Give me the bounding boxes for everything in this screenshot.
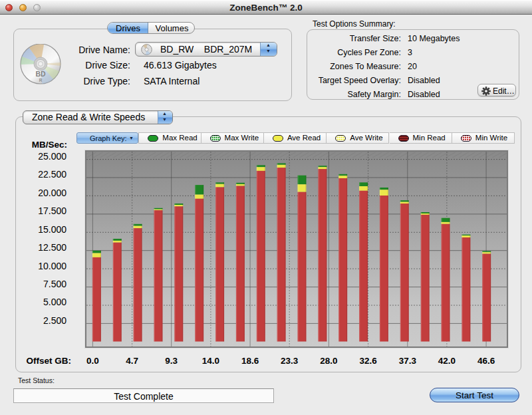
- svg-text:10.000: 10.000: [38, 261, 66, 271]
- svg-text:20.000: 20.000: [38, 188, 66, 198]
- svg-text:15.000: 15.000: [38, 224, 66, 235]
- svg-text:22.500: 22.500: [38, 169, 66, 180]
- svg-text:32.6: 32.6: [359, 356, 377, 366]
- svg-text:MB/Sec:: MB/Sec:: [32, 140, 67, 150]
- svg-text:0.0: 0.0: [86, 356, 99, 366]
- svg-text:2.500: 2.500: [43, 315, 66, 326]
- svg-text:14.0: 14.0: [202, 356, 219, 366]
- svg-text:23.3: 23.3: [281, 356, 299, 366]
- svg-text:37.3: 37.3: [399, 356, 417, 366]
- svg-text:9.3: 9.3: [165, 356, 178, 366]
- svg-text:17.500: 17.500: [38, 206, 66, 216]
- svg-text:18.6: 18.6: [241, 356, 259, 366]
- svg-text:Offset GB:: Offset GB:: [27, 356, 72, 366]
- svg-text:4.7: 4.7: [126, 356, 138, 366]
- svg-text:25.000: 25.000: [38, 151, 66, 162]
- svg-text:42.0: 42.0: [438, 356, 456, 366]
- svg-text:5.000: 5.000: [43, 297, 66, 307]
- svg-text:46.6: 46.6: [477, 356, 495, 366]
- svg-text:7.500: 7.500: [43, 279, 66, 289]
- svg-text:12.500: 12.500: [38, 242, 66, 253]
- svg-text:28.0: 28.0: [320, 356, 337, 366]
